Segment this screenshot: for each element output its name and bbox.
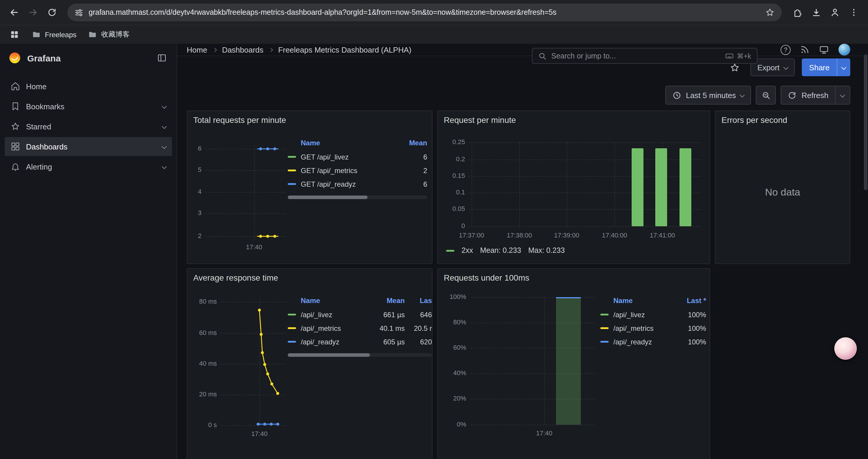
legend-col-last[interactable]: Last * xyxy=(673,297,706,305)
panel-title[interactable]: Errors per second xyxy=(721,115,787,125)
legend-row[interactable]: /api/_livez 100% xyxy=(600,308,706,321)
browser-forward-button[interactable] xyxy=(25,4,41,21)
sidebar-item-home[interactable]: Home xyxy=(5,77,172,96)
series-name[interactable]: /api/_livez xyxy=(301,310,370,319)
sidebar-item-starred[interactable]: Starred xyxy=(5,117,172,136)
monitor-icon[interactable] xyxy=(819,44,829,55)
time-controls: Last 5 minutes Refresh xyxy=(187,86,850,104)
bookmark-folder-freeleaps[interactable]: Freeleaps xyxy=(32,30,76,39)
series-swatch xyxy=(600,314,609,316)
folder-icon xyxy=(88,30,97,39)
legend-row[interactable]: /api/_readyz 605 µs 620 xyxy=(288,335,432,349)
dock-menu-button[interactable] xyxy=(155,52,168,64)
series-swatch xyxy=(288,341,296,342)
series-name[interactable]: 2xx xyxy=(462,246,473,255)
share-button[interactable]: Share xyxy=(802,59,850,76)
refresh-button[interactable]: Refresh xyxy=(781,86,835,104)
search-bar[interactable]: ⌘+k xyxy=(532,48,757,64)
series-swatch xyxy=(600,341,609,342)
series-name[interactable]: /api/_metrics xyxy=(613,324,673,332)
series-name[interactable]: /api/_readyz xyxy=(613,338,673,346)
share-menu-button[interactable] xyxy=(837,59,850,76)
time-range-label: Last 5 minutes xyxy=(686,91,736,100)
scrollbar-thumb[interactable] xyxy=(288,353,370,357)
legend-scrollbar[interactable] xyxy=(288,196,427,199)
y-tick: 0.2 xyxy=(439,155,465,162)
zoom-out-icon xyxy=(762,91,771,100)
legend-col-mean[interactable]: Mean xyxy=(370,297,405,305)
star-outline-icon xyxy=(730,62,740,72)
series-swatch xyxy=(288,156,296,158)
sidebar-item-dashboards[interactable]: Dashboards xyxy=(5,137,172,156)
legend-col-name[interactable]: Name xyxy=(301,297,370,305)
scrollbar-thumb[interactable] xyxy=(864,54,867,190)
refresh-interval-button[interactable] xyxy=(835,86,850,104)
user-avatar[interactable] xyxy=(838,44,850,56)
sidebar-item-alerting[interactable]: Alerting xyxy=(5,157,172,176)
browser-menu-button[interactable] xyxy=(845,4,862,21)
bookmark-star-icon[interactable] xyxy=(765,8,775,17)
bookmark-label: 收藏博客 xyxy=(101,30,130,40)
bookmarks-bar: Freeleaps 收藏博客 xyxy=(0,25,868,44)
series-swatch xyxy=(288,327,296,329)
series-last: 100% xyxy=(673,310,706,319)
downloads-button[interactable] xyxy=(808,4,824,21)
refresh-icon xyxy=(788,91,797,100)
legend-row[interactable]: /api/_metrics 100% xyxy=(600,321,706,335)
panel-title[interactable]: Requests under 100ms xyxy=(444,273,529,282)
bookmark-folder-blogs[interactable]: 收藏博客 xyxy=(88,30,130,40)
breadcrumb: Home Dashboards Freeleaps Metrics Dashbo… xyxy=(187,45,411,54)
share-label[interactable]: Share xyxy=(802,59,837,76)
dock-panel-icon xyxy=(157,53,167,63)
legend-row[interactable]: GET /api/_metrics 2 xyxy=(288,164,427,177)
time-range-picker[interactable]: Last 5 minutes xyxy=(665,86,751,104)
apps-shortcut-button[interactable] xyxy=(8,29,20,40)
series-name[interactable]: /api/_readyz xyxy=(301,338,370,346)
panel-title[interactable]: Request per minute xyxy=(444,115,516,125)
breadcrumb-dashboards[interactable]: Dashboards xyxy=(222,45,263,54)
series-swatch xyxy=(288,314,296,316)
series-last: 620 xyxy=(405,338,432,346)
sidebar-item-bookmarks[interactable]: Bookmarks xyxy=(5,97,172,116)
rss-icon[interactable] xyxy=(800,45,809,54)
series-name[interactable]: GET /api/_readyz xyxy=(301,180,393,188)
url-text[interactable]: grafana.mathmast.com/d/deytv4rwavabkb/fr… xyxy=(89,8,760,17)
help-icon[interactable]: ? xyxy=(780,44,790,55)
legend-col-mean[interactable]: Mean xyxy=(393,139,427,147)
legend-header: Name Last * xyxy=(600,294,706,308)
scrollbar-thumb[interactable] xyxy=(288,196,367,199)
bar-2xx[interactable] xyxy=(655,148,667,226)
keyboard-icon xyxy=(725,52,734,60)
series-name[interactable]: GET /api/_metrics xyxy=(301,166,393,174)
legend-row[interactable]: GET /api/_livez 6 xyxy=(288,150,427,164)
legend-col-last[interactable]: Las xyxy=(405,297,432,305)
floating-assistant-avatar[interactable] xyxy=(834,337,857,360)
legend-row[interactable]: GET /api/_readyz 6 xyxy=(288,177,427,191)
legend-col-name[interactable]: Name xyxy=(613,297,673,305)
breadcrumb-home[interactable]: Home xyxy=(187,45,207,54)
bar-under-100ms[interactable] xyxy=(556,297,581,425)
bar-2xx[interactable] xyxy=(680,148,691,226)
series-name[interactable]: GET /api/_livez xyxy=(301,153,393,161)
series-swatch xyxy=(288,183,296,185)
search-shortcut: ⌘+k xyxy=(725,52,751,60)
legend-row[interactable]: /api/_metrics 40.1 ms 20.5 r xyxy=(288,321,432,335)
series-name[interactable]: /api/_livez xyxy=(613,310,673,319)
browser-back-button[interactable] xyxy=(6,4,23,21)
extensions-button[interactable] xyxy=(789,4,805,21)
panel-requests-under-100ms: Requests under 100ms 100% 80% 60% 40% 20… xyxy=(437,268,710,459)
search-input[interactable] xyxy=(551,52,720,60)
legend-scrollbar[interactable] xyxy=(288,353,432,357)
window-scrollbar[interactable] xyxy=(864,47,867,459)
browser-reload-button[interactable] xyxy=(44,4,60,21)
main-area: Home Dashboards Freeleaps Metrics Dashbo… xyxy=(177,44,868,459)
legend-row[interactable]: /api/_livez 661 µs 646 xyxy=(288,308,432,321)
zoom-out-button[interactable] xyxy=(756,86,776,104)
series-name[interactable]: /api/_metrics xyxy=(301,324,370,332)
legend-row[interactable]: /api/_readyz 100% xyxy=(600,335,706,349)
panel-row-2: Average response time 80 ms 60 ms 40 ms … xyxy=(187,268,850,459)
bar-2xx[interactable] xyxy=(632,148,644,226)
legend-col-name[interactable]: Name xyxy=(301,139,393,147)
browser-profile-button[interactable] xyxy=(827,4,843,21)
address-bar[interactable]: grafana.mathmast.com/d/deytv4rwavabkb/fr… xyxy=(67,4,782,21)
